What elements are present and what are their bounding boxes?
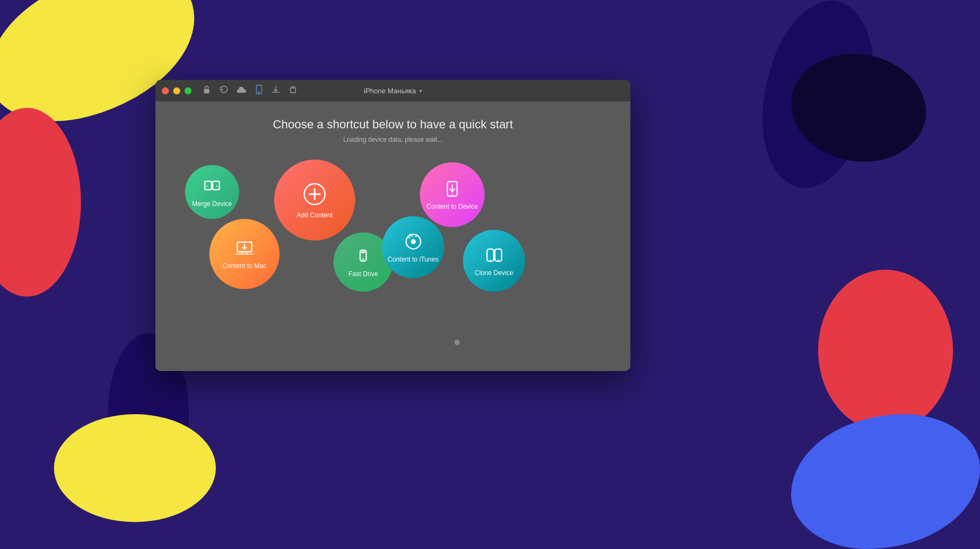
content-to-device-button[interactable]: Content to Device (420, 162, 485, 227)
merge-device-button[interactable]: Merge Device (185, 165, 239, 219)
svg-rect-10 (362, 251, 365, 253)
svg-rect-0 (204, 89, 209, 93)
svg-point-7 (452, 194, 453, 195)
content-to-mac-button[interactable]: Content to Mac (209, 219, 280, 289)
content-to-device-label: Content to Device (426, 203, 478, 210)
main-content: Choose a shortcut below to have a quick … (155, 101, 630, 371)
content-to-device-icon (443, 179, 462, 198)
merge-icon (202, 176, 222, 196)
fast-drive-label: Fast Drive (349, 270, 378, 278)
device-name: iPhone Маньяка (364, 87, 416, 95)
window-controls (162, 87, 192, 94)
add-content-label: Add Content (297, 211, 333, 219)
device-title[interactable]: iPhone Маньяка ▾ (364, 87, 422, 95)
clone-device-icon (485, 245, 504, 265)
minimize-button[interactable] (173, 87, 180, 94)
maximize-button[interactable] (185, 87, 192, 94)
merge-device-label: Merge Device (192, 200, 232, 208)
bg-shape-red-left (0, 108, 81, 297)
download-icon[interactable] (271, 85, 280, 96)
dropdown-arrow: ▾ (419, 88, 422, 94)
toolbar-icons (202, 85, 297, 97)
app-window: iPhone Маньяка ▾ Choose a shortcut below… (155, 80, 630, 371)
page-title: Choose a shortcut below to have a quick … (273, 118, 513, 132)
svg-point-17 (498, 259, 499, 260)
titlebar: iPhone Маньяка ▾ (155, 80, 630, 101)
content-to-mac-label: Content to Mac (222, 262, 266, 270)
loading-text: Loading device data, please wait... (343, 136, 443, 143)
svg-point-16 (489, 259, 491, 260)
content-to-mac-icon (235, 238, 254, 258)
content-to-itunes-icon (404, 232, 423, 251)
clone-device-button[interactable]: Clone Device (463, 230, 525, 292)
shortcuts-area: Merge Device Add Content Content to Devi… (155, 160, 630, 354)
add-icon (302, 181, 328, 207)
svg-point-11 (362, 258, 364, 260)
bg-shape-yellow-bl (54, 414, 216, 522)
bg-shape-red-right (818, 270, 953, 431)
svg-point-2 (258, 92, 260, 93)
bg-shape-blue-right (791, 414, 980, 549)
close-button[interactable] (162, 87, 169, 94)
bag-icon[interactable] (289, 85, 297, 96)
refresh-icon[interactable] (220, 85, 228, 96)
lock-icon[interactable] (202, 85, 211, 96)
cloud-icon[interactable] (237, 86, 247, 95)
svg-rect-4 (213, 181, 219, 190)
content-to-itunes-label: Content to iTunes (387, 256, 438, 263)
phone-icon[interactable] (255, 85, 263, 97)
svg-rect-3 (205, 181, 212, 190)
clone-device-label: Clone Device (475, 269, 513, 277)
fast-drive-icon (353, 246, 373, 266)
add-content-button[interactable]: Add Content (274, 160, 355, 241)
svg-point-13 (411, 239, 416, 244)
content-to-itunes-button[interactable]: Content to iTunes (382, 216, 444, 278)
